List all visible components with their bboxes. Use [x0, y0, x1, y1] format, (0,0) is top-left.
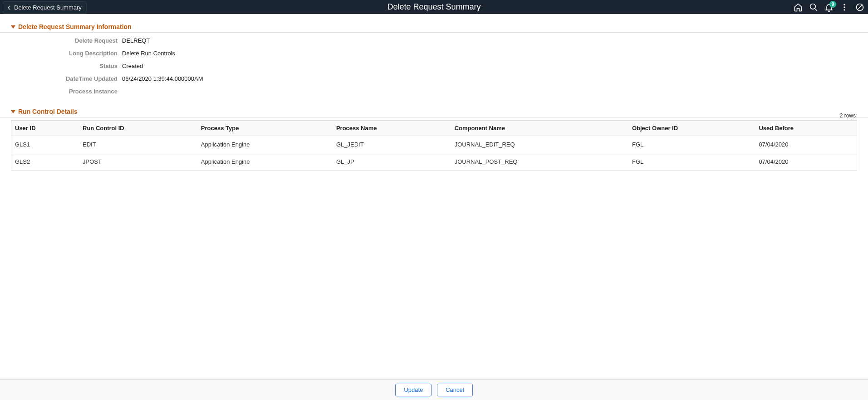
kebab-menu-icon[interactable]	[840, 3, 849, 12]
section-header-run-control: Run Control Details	[0, 108, 868, 117]
svg-point-4	[843, 9, 845, 10]
svg-line-6	[858, 5, 862, 10]
svg-point-3	[843, 6, 845, 8]
table-header-row: User ID Run Control ID Process Type Proc…	[11, 121, 857, 136]
row-count-label: 2 rows	[840, 112, 857, 119]
svg-line-1	[815, 8, 817, 10]
section-header-summary: Delete Request Summary Information	[0, 23, 868, 33]
section-title-run-control: Run Control Details	[18, 108, 78, 115]
collapse-toggle-run-control[interactable]	[11, 110, 15, 113]
col-process-type[interactable]: Process Type	[197, 121, 333, 136]
update-button[interactable]: Update	[395, 384, 432, 396]
run-control-grid: 2 rows User ID Run Control ID Process Ty…	[11, 120, 857, 171]
label-status: Status	[11, 63, 122, 69]
cancel-button[interactable]: Cancel	[437, 384, 472, 396]
cell-used-before: 07/04/2020	[755, 136, 857, 153]
value-delete-request: DELREQT	[122, 37, 150, 44]
notification-badge: 9	[829, 1, 836, 8]
field-long-description: Long Description Delete Run Controls	[11, 50, 868, 63]
field-delete-request: Delete Request DELREQT	[11, 37, 868, 50]
table-row: GLS1 EDIT Application Engine GL_JEDIT JO…	[11, 136, 857, 153]
col-object-owner-id[interactable]: Object Owner ID	[628, 121, 755, 136]
title-bar: Delete Request Summary Delete Request Su…	[0, 0, 868, 14]
title-bar-actions: 9	[794, 0, 864, 14]
cell-process-type: Application Engine	[197, 136, 333, 153]
cell-object-owner-id: FGL	[628, 136, 755, 153]
notifications-icon[interactable]: 9	[824, 3, 834, 12]
cell-run-control-id: EDIT	[79, 136, 197, 153]
label-delete-request: Delete Request	[11, 37, 122, 44]
label-long-description: Long Description	[11, 50, 122, 57]
page-title: Delete Request Summary	[0, 2, 868, 12]
cell-run-control-id: JPOST	[79, 153, 197, 171]
search-icon[interactable]	[809, 3, 818, 12]
cell-process-name: GL_JP	[333, 153, 451, 171]
section-title-summary: Delete Request Summary Information	[18, 23, 132, 30]
help-prohibit-icon[interactable]	[855, 3, 864, 12]
field-status: Status Created	[11, 63, 868, 75]
label-process-instance: Process Instance	[11, 88, 122, 95]
home-icon[interactable]	[794, 3, 803, 12]
col-component-name[interactable]: Component Name	[451, 121, 628, 136]
value-datetime-updated: 06/24/2020 1:39:44.000000AM	[122, 75, 203, 82]
summary-info-block: Delete Request DELREQT Long Description …	[0, 33, 868, 105]
value-long-description: Delete Run Controls	[122, 50, 175, 57]
cell-component-name: JOURNAL_POST_REQ	[451, 153, 628, 171]
cell-process-name: GL_JEDIT	[333, 136, 451, 153]
footer-bar: Update Cancel	[0, 379, 868, 400]
col-process-name[interactable]: Process Name	[333, 121, 451, 136]
svg-point-0	[810, 4, 816, 9]
back-button[interactable]: Delete Request Summary	[3, 1, 87, 14]
value-status: Created	[122, 63, 143, 69]
col-used-before[interactable]: Used Before	[755, 121, 857, 136]
col-run-control-id[interactable]: Run Control ID	[79, 121, 197, 136]
col-user-id[interactable]: User ID	[11, 121, 79, 136]
collapse-toggle-summary[interactable]	[11, 25, 15, 29]
field-datetime-updated: DateTime Updated 06/24/2020 1:39:44.0000…	[11, 75, 868, 88]
run-control-table: User ID Run Control ID Process Type Proc…	[11, 121, 857, 170]
cell-component-name: JOURNAL_EDIT_REQ	[451, 136, 628, 153]
svg-point-2	[843, 4, 845, 5]
cell-object-owner-id: FGL	[628, 153, 755, 171]
cell-user-id: GLS2	[11, 153, 79, 171]
content-area: Delete Request Summary Information Delet…	[0, 14, 868, 171]
cell-process-type: Application Engine	[197, 153, 333, 171]
chevron-left-icon	[6, 5, 12, 11]
cell-used-before: 07/04/2020	[755, 153, 857, 171]
cell-user-id: GLS1	[11, 136, 79, 153]
table-row: GLS2 JPOST Application Engine GL_JP JOUR…	[11, 153, 857, 171]
back-button-label: Delete Request Summary	[14, 4, 82, 11]
label-datetime-updated: DateTime Updated	[11, 75, 122, 82]
field-process-instance: Process Instance	[11, 88, 868, 101]
